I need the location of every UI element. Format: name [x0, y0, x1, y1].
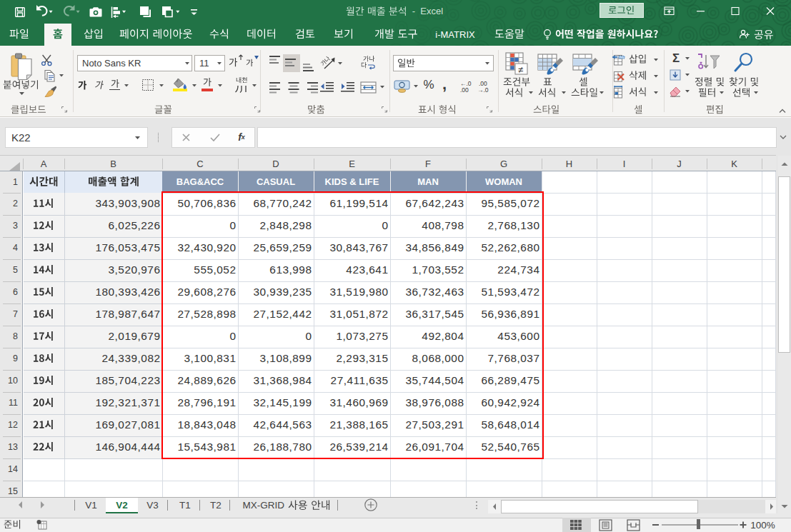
- svg-text:→.0: →.0: [477, 86, 489, 93]
- svg-text:.00: .00: [460, 86, 469, 93]
- svg-text:≠: ≠: [518, 64, 523, 75]
